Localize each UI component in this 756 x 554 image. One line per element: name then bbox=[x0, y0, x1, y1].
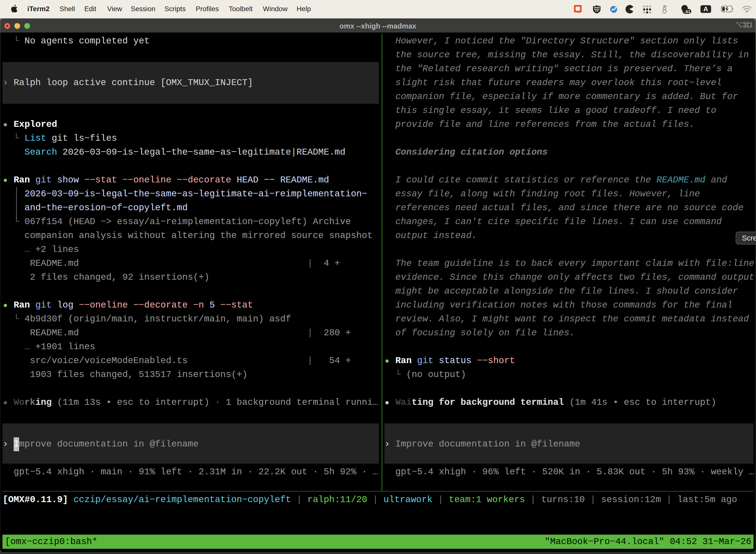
svg-text:1: 1 bbox=[749, 21, 753, 28]
svg-text:..61: ..61 bbox=[683, 9, 690, 14]
